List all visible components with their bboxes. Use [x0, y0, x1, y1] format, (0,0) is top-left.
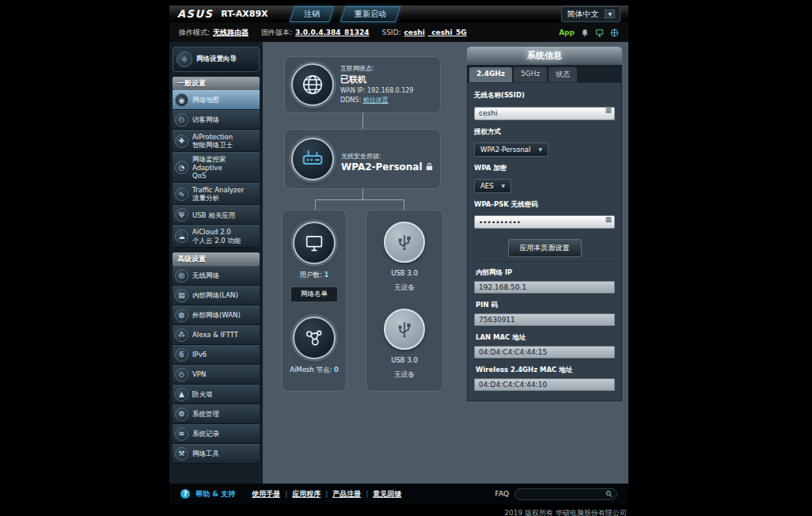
model-name: RT-AX89X: [221, 9, 268, 19]
router-security-card[interactable]: 无线安全层级: WPA2-Personal: [284, 129, 441, 189]
gear-icon: ⚙: [175, 408, 188, 421]
search-icon[interactable]: [605, 490, 613, 498]
tools-icon: ⚒: [175, 447, 188, 461]
aimesh-icon[interactable]: [293, 317, 336, 359]
internet-status-card[interactable]: 互联网状态: 已联机 WAN IP: 192.168.0.129 DDNS: 前…: [284, 56, 441, 113]
ddns-label: DDNS:: [340, 97, 361, 104]
wan-ip-label: WAN IP:: [340, 87, 365, 94]
keyboard-icon[interactable]: ▦: [605, 106, 612, 114]
sidebar-item-ipv6[interactable]: 6 IPv6: [173, 345, 260, 365]
security-text: 无线安全层级: WPA2-Personal: [341, 146, 433, 173]
product-registration-link[interactable]: 产品注册: [332, 489, 361, 499]
sidebar-item-lan[interactable]: ▤ 内部网络(LAN): [173, 286, 260, 305]
ssid-5g-link[interactable]: _ceshi_5G: [428, 28, 467, 36]
guest-network-icon: ⚇: [175, 113, 188, 127]
sidebar-item-wan[interactable]: ◍ 外部网络(WAN): [173, 305, 260, 325]
alexa-icon: ⁂: [175, 328, 188, 342]
sidebar-item-system-log[interactable]: ≡ 系统记录: [173, 424, 260, 444]
keyboard-icon[interactable]: ▦: [605, 215, 612, 223]
op-mode-label: 操作模式:: [179, 28, 210, 38]
utility-link[interactable]: 应用程序: [292, 489, 321, 499]
sidebar-item-guest-network[interactable]: ⚇ 访客网络: [173, 110, 260, 130]
panel-title: 系统信息: [467, 47, 622, 65]
wired-clients-icon[interactable]: [595, 28, 604, 37]
sidebar-item-aiprotection[interactable]: ✚ AiProtection 智能网络卫士: [173, 130, 260, 152]
faq-search-input[interactable]: [519, 490, 602, 499]
lan-mac-value: 04:D4:C4:C4:44:15: [474, 346, 615, 359]
band-tabs: 2.4GHz 5GHz 状态: [467, 65, 622, 82]
ssid-24-link[interactable]: ceshi: [404, 28, 424, 36]
top-bar: ASUS RT-AX89X 注销 重新启动 简体中文 ▼: [169, 6, 628, 23]
sidebar-item-administration[interactable]: ⚙ 系统管理: [173, 404, 260, 424]
router-admin-app: ASUS RT-AX89X 注销 重新启动 简体中文 ▼ 操作模式: 无线路由器…: [169, 6, 628, 516]
help-support-link[interactable]: 帮助 & 支持: [195, 489, 235, 499]
globe-icon: [291, 63, 334, 106]
sidebar-item-vpn[interactable]: ◇ VPN: [173, 365, 260, 385]
sidebar-item-usb-apps[interactable]: Ψ USB 相关应用: [173, 205, 260, 225]
security-level-label: 无线安全层级:: [341, 153, 381, 160]
log-icon: ≡: [175, 427, 188, 441]
sidebar-item-alexa-ifttt[interactable]: ⁂ Alexa & IFTTT: [173, 325, 260, 345]
usb2-status: 无设备: [394, 370, 415, 380]
internet-status-value: 已联机: [340, 74, 366, 85]
sidebar-item-traffic-analyzer[interactable]: ∿ Traffic Analyzer 流量分析: [173, 183, 260, 205]
sidebar-item-network-tools[interactable]: ⚒ 网络工具: [173, 444, 260, 464]
connector-split: [269, 189, 456, 210]
auth-method-dropdown[interactable]: WPA2-Personal ▼: [474, 142, 548, 157]
sidebar-item-firewall[interactable]: ▲ 防火墙: [173, 385, 260, 404]
lan-mac-label: LAN MAC 地址: [474, 326, 615, 346]
wpa-field-label: WPA 加密: [474, 164, 615, 173]
chevron-down-icon: ▼: [605, 9, 615, 18]
tab-24ghz[interactable]: 2.4GHz: [469, 67, 512, 82]
logout-button[interactable]: 注销: [289, 6, 333, 22]
system-info-panel: 系统信息 2.4GHz 5GHz 状态 无线名称(SSID) ▦ 授权方式 WP…: [467, 47, 622, 401]
connector-line: [362, 113, 363, 129]
lan-ip-value: 192.168.50.1: [474, 281, 615, 294]
aimesh-count-text: AiMesh 节点: 0: [290, 366, 339, 375]
firmware-link[interactable]: 3.0.0.4.384_81324: [295, 28, 369, 36]
notification-bell-icon[interactable]: [581, 28, 589, 37]
ssid-field-label: 无线名称(SSID): [474, 91, 615, 101]
sidebar-item-aicloud[interactable]: ☁ AiCloud 2.0 个人云 2.0 功能: [173, 225, 260, 247]
device-columns: 用户数: 1 网络名单 AiMesh 节点: 0: [269, 210, 456, 392]
help-icon[interactable]: ?: [180, 489, 190, 499]
setup-wizard-icon: ✧: [176, 51, 192, 67]
op-mode-link[interactable]: 无线路由器: [213, 28, 249, 38]
panel-body: 无线名称(SSID) ▦ 授权方式 WPA2-Personal ▼ WPA 加密…: [467, 82, 622, 401]
usb1-icon[interactable]: [384, 222, 425, 263]
tab-status[interactable]: 状态: [548, 67, 577, 82]
gauge-icon: ◔: [175, 161, 188, 174]
feedback-link[interactable]: 意见回馈: [373, 489, 401, 499]
ddns-setup-link[interactable]: 前往设置: [363, 97, 389, 104]
internet-globe-icon[interactable]: [610, 28, 619, 37]
clients-count: 1: [324, 271, 329, 279]
ipv6-icon: 6: [175, 348, 188, 362]
wpa-encryption-dropdown[interactable]: AES ▼: [474, 179, 511, 193]
sidebar-item-adaptive-qos[interactable]: ◔ 网络监控家 Adaptive QoS: [173, 152, 260, 183]
reboot-button[interactable]: 重新启动: [340, 6, 400, 22]
usb2-icon[interactable]: [384, 309, 425, 350]
wl-mac-label: Wireless 2.4GHz MAC 地址: [474, 359, 615, 378]
router-icon: [291, 138, 334, 180]
manual-link[interactable]: 使用手册: [252, 489, 280, 499]
psk-field-label: WPA-PSK 无线密码: [474, 200, 615, 210]
security-level-value: WPA2-Personal: [341, 161, 433, 173]
language-selector[interactable]: 简体中文 ▼: [561, 6, 620, 22]
usb1-label: USB 3.0: [391, 269, 418, 277]
wireless-icon: ◎: [175, 269, 188, 283]
client-list-button[interactable]: 网络名单: [290, 286, 338, 302]
ssid-input[interactable]: [474, 107, 615, 120]
app-link[interactable]: App: [559, 28, 575, 36]
psk-input[interactable]: [474, 215, 615, 229]
sidebar-item-wireless[interactable]: ◎ 无线网络: [173, 266, 260, 286]
tab-5ghz[interactable]: 5GHz: [514, 67, 547, 82]
sidebar-item-network-map[interactable]: ◉ 网络地图: [173, 90, 260, 110]
aimesh-count: 0: [334, 366, 339, 374]
status-bar: 操作模式: 无线路由器 固件版本: 3.0.0.4.384_81324 SSID…: [169, 23, 628, 42]
usb-icon: Ψ: [175, 208, 188, 222]
client-monitor-icon[interactable]: [293, 222, 336, 264]
network-map: 互联网状态: 已联机 WAN IP: 192.168.0.129 DDNS: 前…: [269, 47, 456, 392]
apply-button[interactable]: 应用本页面设置: [508, 239, 582, 257]
usb2-label: USB 3.0: [391, 356, 418, 364]
sidebar-item-quick-setup[interactable]: ✧ 网络设置向导: [173, 47, 260, 72]
